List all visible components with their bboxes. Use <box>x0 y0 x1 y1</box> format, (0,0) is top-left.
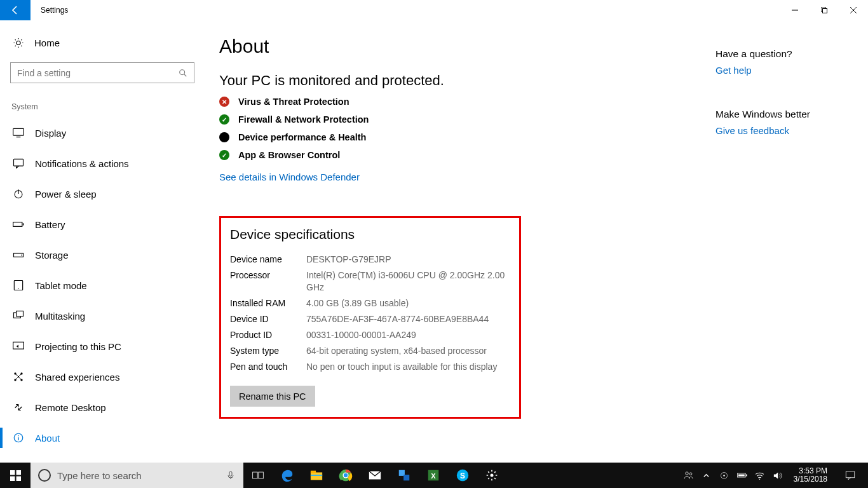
notifications-icon <box>12 157 25 170</box>
spec-value: No pen or touch input is available for t… <box>306 361 510 373</box>
sidebar-item-label: Battery <box>35 219 65 230</box>
svg-text:S: S <box>460 471 465 480</box>
spec-row-system-type: System type64-bit operating system, x64-… <box>230 345 510 357</box>
skype-icon[interactable]: S <box>448 463 477 488</box>
svg-point-15 <box>21 255 22 256</box>
app-body: Home Find a setting System Display Notif… <box>0 20 868 468</box>
status-label: Firewall & Network Protection <box>238 114 369 125</box>
wifi-icon[interactable] <box>754 463 766 488</box>
battery-icon <box>12 218 25 231</box>
sidebar-item-tablet[interactable]: Tablet mode <box>10 270 190 301</box>
settings-taskbar-icon[interactable] <box>477 463 506 488</box>
multitask-icon <box>12 309 25 322</box>
main-content: About Your PC is monitored and protected… <box>200 20 868 468</box>
about-icon <box>12 431 25 444</box>
right-rail: Have a question? Get help Make Windows b… <box>715 48 855 169</box>
taskbar-apps: X S <box>243 463 506 488</box>
people-icon[interactable] <box>683 463 695 488</box>
tray-clock[interactable]: 3:53 PM 3/15/2018 <box>790 467 831 484</box>
system-tray: 3:53 PM 3/15/2018 <box>678 463 868 488</box>
rail-feedback-group: Make Windows better Give us feedback <box>715 109 855 136</box>
svg-rect-55 <box>738 475 745 477</box>
spec-row-ram: Installed RAM4.00 GB (3.89 GB usable) <box>230 297 510 309</box>
sidebar-item-label: Tablet mode <box>35 280 87 291</box>
svg-rect-57 <box>846 471 855 478</box>
gear-icon <box>13 37 24 48</box>
back-button[interactable] <box>0 0 31 20</box>
project-icon <box>12 340 25 353</box>
search-input[interactable]: Find a setting <box>10 62 194 83</box>
taskbar: Type here to search X S 3:53 PM 3/15/201… <box>0 463 868 488</box>
sidebar-item-label: Notifications & actions <box>35 158 129 169</box>
search-icon <box>179 69 187 78</box>
svg-point-40 <box>344 473 348 477</box>
svg-rect-29 <box>16 470 20 475</box>
taskbar-search[interactable]: Type here to search <box>31 463 243 488</box>
taskbar-search-placeholder: Type here to search <box>57 470 142 481</box>
status-info-icon <box>219 132 229 142</box>
maximize-button[interactable] <box>810 0 839 20</box>
close-button[interactable] <box>839 0 868 20</box>
action-center-icon[interactable] <box>837 470 863 481</box>
svg-point-56 <box>759 478 760 479</box>
chrome-icon[interactable] <box>331 463 360 488</box>
svg-rect-54 <box>746 475 747 477</box>
sidebar-item-shared[interactable]: Shared experiences <box>10 362 190 392</box>
volume-icon[interactable] <box>772 463 783 488</box>
location-icon[interactable] <box>719 463 730 488</box>
start-button[interactable] <box>0 463 31 488</box>
minimize-button[interactable] <box>780 0 810 20</box>
mail-icon[interactable] <box>360 463 390 488</box>
svg-rect-33 <box>253 472 258 478</box>
sidebar: Home Find a setting System Display Notif… <box>0 20 200 468</box>
sidebar-item-projecting[interactable]: Projecting to this PC <box>10 331 190 362</box>
svg-rect-28 <box>10 470 15 475</box>
mic-icon[interactable] <box>226 470 236 480</box>
spec-value: 4.00 GB (3.89 GB usable) <box>306 297 510 309</box>
spec-value: 755A76DE-AF3F-467A-8774-60BEA9E8BA44 <box>306 313 510 325</box>
sidebar-item-about[interactable]: About <box>10 423 190 453</box>
sidebar-item-power[interactable]: Power & sleep <box>10 179 190 209</box>
title-bar: Settings <box>0 0 868 20</box>
spec-label: System type <box>230 345 306 357</box>
svg-rect-13 <box>23 223 24 225</box>
device-spec-heading: Device specifications <box>230 227 510 242</box>
spec-label: Pen and touch <box>230 361 306 373</box>
sidebar-item-remote[interactable]: Remote Desktop <box>10 392 190 423</box>
svg-rect-37 <box>311 475 322 476</box>
give-feedback-link[interactable]: Give us feedback <box>715 125 789 136</box>
rename-pc-button[interactable]: Rename this PC <box>230 386 315 407</box>
excel-icon[interactable]: X <box>419 463 448 488</box>
sidebar-item-multitasking[interactable]: Multitasking <box>10 301 190 331</box>
explorer-icon[interactable] <box>302 463 331 488</box>
storage-icon <box>12 248 25 261</box>
rail-help-group: Have a question? Get help <box>715 48 855 76</box>
svg-rect-12 <box>13 222 22 227</box>
svg-point-48 <box>491 474 494 477</box>
sidebar-item-storage[interactable]: Storage <box>10 240 190 270</box>
sidebar-item-display[interactable]: Display <box>10 118 190 148</box>
tray-chevron-up-icon[interactable] <box>701 463 712 488</box>
sidebar-category: System <box>10 102 190 111</box>
get-help-link[interactable]: Get help <box>715 65 752 76</box>
status-label: Device performance & Health <box>238 132 366 142</box>
spec-label: Product ID <box>230 329 306 341</box>
spec-value: Intel(R) Core(TM) i3-6006U CPU @ 2.00GHz… <box>306 269 510 294</box>
tray-date: 3/15/2018 <box>794 475 827 484</box>
sidebar-item-label: Power & sleep <box>35 189 97 200</box>
sidebar-item-notifications[interactable]: Notifications & actions <box>10 148 190 179</box>
edge-icon[interactable] <box>273 463 302 488</box>
status-bad-icon: ✕ <box>219 97 229 107</box>
taskview-icon[interactable] <box>243 463 273 488</box>
sidebar-item-battery[interactable]: Battery <box>10 209 190 240</box>
battery-tray-icon[interactable] <box>736 463 748 488</box>
app1-icon[interactable] <box>390 463 419 488</box>
svg-rect-9 <box>14 159 24 166</box>
svg-rect-31 <box>16 476 20 480</box>
home-button[interactable]: Home <box>10 37 190 60</box>
svg-rect-2 <box>823 9 827 13</box>
svg-rect-36 <box>311 471 316 473</box>
defender-link[interactable]: See details in Windows Defender <box>219 172 360 182</box>
svg-point-27 <box>18 435 19 437</box>
spec-row-processor: ProcessorIntel(R) Core(TM) i3-6006U CPU … <box>230 269 510 294</box>
